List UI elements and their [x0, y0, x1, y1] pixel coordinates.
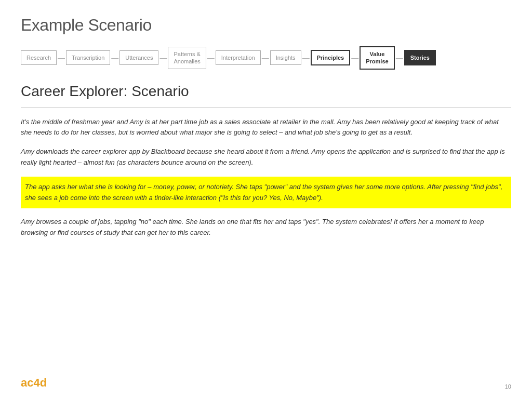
pipeline-item-stories[interactable]: Stories: [404, 50, 436, 65]
pipeline-arrow: —: [207, 54, 215, 62]
paragraph-para2: Amy downloads the career explorer app by…: [21, 147, 511, 168]
pipeline-arrow: —: [58, 54, 65, 62]
pipeline-item-transcription[interactable]: Transcription: [66, 50, 110, 65]
pipeline-arrow: —: [351, 54, 358, 62]
pipeline-arrow: —: [159, 54, 167, 62]
logo: ac4d: [21, 376, 47, 390]
pipeline-box-interpretation[interactable]: Interpretation: [216, 50, 261, 65]
pipeline-arrow: —: [111, 54, 118, 62]
section-title: Career Explorer: Scenario: [21, 83, 511, 100]
pipeline-item-principles[interactable]: Principles: [311, 50, 351, 65]
divider: [21, 107, 511, 108]
pipeline-box-patterns-anomalies[interactable]: Patterns &Anomalies: [168, 47, 206, 69]
pipeline: Research—Transcription—Utterances—Patter…: [21, 46, 511, 70]
pipeline-box-insights[interactable]: Insights: [270, 50, 301, 65]
page-container: Example Scenario Research—Transcription—…: [0, 0, 532, 257]
pipeline-box-transcription[interactable]: Transcription: [66, 50, 110, 65]
pipeline-arrow: —: [262, 54, 269, 62]
pipeline-box-principles[interactable]: Principles: [311, 50, 351, 65]
pipeline-item-patterns-anomalies[interactable]: Patterns &Anomalies: [168, 47, 206, 69]
paragraph-para3: The app asks her what she is looking for…: [21, 177, 511, 209]
pipeline-arrow: —: [302, 54, 310, 62]
pipeline-box-utterances[interactable]: Utterances: [119, 50, 158, 65]
page-number: 10: [505, 383, 511, 390]
pipeline-item-interpretation[interactable]: Interpretation: [216, 50, 261, 65]
page-title: Example Scenario: [21, 16, 511, 35]
pipeline-box-research[interactable]: Research: [21, 50, 57, 65]
pipeline-item-value-promise[interactable]: ValuePromise: [360, 46, 394, 70]
logo-4d-text: 4d: [33, 376, 47, 389]
paragraphs-container: It's the middle of freshman year and Amy…: [21, 117, 511, 238]
pipeline-box-value-promise[interactable]: ValuePromise: [360, 46, 394, 70]
logo-ac-text: ac: [21, 376, 33, 389]
pipeline-item-research[interactable]: Research: [21, 50, 57, 65]
pipeline-box-stories[interactable]: Stories: [404, 50, 436, 65]
paragraph-para4: Amy browses a couple of jobs, tapping "n…: [21, 217, 511, 238]
paragraph-para1: It's the middle of freshman year and Amy…: [21, 117, 511, 139]
pipeline-item-utterances[interactable]: Utterances: [119, 50, 158, 65]
pipeline-arrow: —: [396, 54, 403, 62]
pipeline-item-insights[interactable]: Insights: [270, 50, 301, 65]
